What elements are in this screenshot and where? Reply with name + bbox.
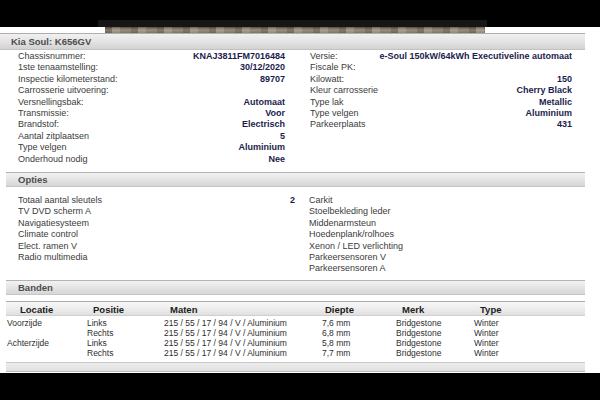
cell-merk: Bridgestone [396, 338, 441, 348]
spec-row: Type lakMetallic [310, 97, 572, 108]
cell-positie: Rechts [87, 348, 113, 358]
option-row: Parkeersensoren A [309, 263, 572, 274]
spec-row: Brandstof:Electrisch [18, 119, 285, 130]
cell-type: Winter [474, 338, 499, 348]
spec-label: Kilowatt: [310, 74, 344, 85]
option-label: Radio multimedia [18, 252, 88, 263]
spec-value: Aluminium [239, 142, 286, 153]
option-row: Hoedenplank/rolhoes [309, 229, 572, 240]
top-frame-bar [0, 0, 600, 27]
tires-table-header: Locatie Positie Maten Diepte Merk Type [6, 301, 585, 316]
spec-value: Automaat [243, 97, 285, 108]
spec-value: 5 [280, 131, 285, 142]
bottom-frame-bar [0, 373, 600, 400]
tire-table-row: Achterzijde Links 215 / 55 / 17 / 94 / V… [0, 338, 585, 348]
column-header-merk: Merk [402, 304, 424, 315]
option-label: Xenon / LED verlichting [309, 241, 403, 252]
cell-maten: 215 / 55 / 17 / 94 / V / Aluminium [164, 348, 287, 358]
option-label: Climate control [18, 229, 78, 240]
option-label: Hoedenplank/rolhoes [309, 229, 394, 240]
option-row: Elect. ramen V [18, 241, 295, 252]
cell-merk: Bridgestone [396, 318, 441, 328]
column-header-type: Type [480, 304, 501, 315]
option-label: Middenarmsteun [309, 218, 376, 229]
option-label: Elect. ramen V [18, 241, 77, 252]
spec-value: Cherry Black [516, 85, 572, 96]
spec-label: Versie: [310, 51, 338, 62]
column-header-positie: Positie [93, 304, 124, 315]
spec-row: Chassisnummer:KNAJ3811FM7016484 [18, 51, 285, 62]
option-row: TV DVD scherm A [18, 206, 295, 217]
spec-row: Onderhoud nodigNee [18, 154, 285, 165]
spec-label: Inspectie kilometerstand: [18, 74, 118, 85]
spec-row: Parkeerplaats431 [310, 119, 572, 130]
cell-positie: Links [87, 338, 107, 348]
cell-locatie: Achterzijde [7, 338, 49, 348]
cell-merk: Bridgestone [396, 328, 441, 338]
column-header-locatie: Locatie [20, 304, 53, 315]
option-label: Navigatiesysteem [18, 218, 89, 229]
spec-label: Type velgen [310, 108, 359, 119]
spec-label: Onderhoud nodig [18, 154, 88, 165]
tire-table-row: Rechts 215 / 55 / 17 / 94 / V / Aluminiu… [0, 328, 585, 338]
spec-row: Inspectie kilometerstand:89707 [18, 74, 285, 85]
spec-label: Aantal zitplaatsen [18, 131, 89, 142]
cell-positie: Links [87, 318, 107, 328]
spec-row: Kleur carrosserieCherry Black [310, 85, 572, 96]
spec-label: 1ste tenaamstelling: [18, 62, 98, 73]
option-label: Parkeersensoren A [309, 263, 386, 274]
spec-row: Carrosserie uitvoering: [18, 85, 285, 96]
cell-type: Winter [474, 348, 499, 358]
cell-diepte: 6,8 mm [322, 328, 350, 338]
spec-label: Parkeerplaats [310, 119, 366, 130]
cell-maten: 215 / 55 / 17 / 94 / V / Aluminium [164, 318, 287, 328]
spec-label: Kleur carrosserie [310, 85, 378, 96]
opties-left-column: Totaal aantal sleutels2 TV DVD scherm A … [18, 195, 295, 263]
option-row: Xenon / LED verlichting [309, 241, 572, 252]
vehicle-info-right-column: Versie:e-Soul 150kW/64kWh Executiveline … [310, 51, 572, 131]
tire-table-row: Rechts 215 / 55 / 17 / 94 / V / Aluminiu… [0, 348, 585, 358]
vehicle-report-page: Kia Soul: K656GV Chassisnummer:KNAJ3811F… [0, 0, 600, 400]
spec-row: Versie:e-Soul 150kW/64kWh Executiveline … [310, 51, 572, 62]
option-label: Carkit [309, 195, 333, 206]
opties-section-title: Opties [18, 174, 48, 185]
option-row: Climate control [18, 229, 295, 240]
cell-maten: 215 / 55 / 17 / 94 / V / Aluminium [164, 338, 287, 348]
option-row: Totaal aantal sleutels2 [18, 195, 295, 206]
spec-value: 150 [557, 74, 572, 85]
spec-label: Type lak [310, 97, 344, 108]
spec-label: Chassisnummer: [18, 51, 86, 62]
spec-row: Aantal zitplaatsen5 [18, 131, 285, 142]
option-label: Totaal aantal sleutels [18, 195, 102, 206]
opties-section-bar: Opties [6, 172, 585, 187]
report-title: Kia Soul: K656GV [11, 36, 91, 47]
spec-row: Transmissie:Voor [18, 108, 285, 119]
cell-diepte: 7,7 mm [322, 348, 350, 358]
cell-diepte: 7,6 mm [322, 318, 350, 328]
spec-label: Transmissie: [18, 108, 69, 119]
option-label: Stoelbekleding leder [309, 206, 391, 217]
column-header-maten: Maten [170, 304, 197, 315]
option-value: 2 [290, 195, 295, 206]
spec-value: Aluminium [526, 108, 573, 119]
spec-label: Brandstof: [18, 119, 59, 130]
option-row: Radio multimedia [18, 252, 295, 263]
cell-maten: 215 / 55 / 17 / 94 / V / Aluminium [164, 328, 287, 338]
tire-table-row: Voorzijde Links 215 / 55 / 17 / 94 / V /… [0, 318, 585, 328]
cell-positie: Rechts [87, 328, 113, 338]
spec-value: Electrisch [242, 119, 285, 130]
report-title-bar: Kia Soul: K656GV [0, 33, 585, 50]
spec-row: Kilowatt:150 [310, 74, 572, 85]
photo-window-edge [98, 20, 487, 27]
spec-value: Metallic [539, 97, 572, 108]
opties-right-column: Carkit Stoelbekleding leder Middenarmste… [309, 195, 572, 275]
spec-value: Nee [268, 154, 285, 165]
spec-value: 30/12/2020 [240, 62, 285, 73]
column-header-diepte: Diepte [325, 304, 354, 315]
spec-label: Versnellingsbak: [18, 97, 84, 108]
option-row: Carkit [309, 195, 572, 206]
cell-diepte: 5,8 mm [322, 338, 350, 348]
banden-section-bar: Banden [6, 280, 585, 295]
table-footer-strip [6, 362, 585, 372]
vehicle-info-left-column: Chassisnummer:KNAJ3811FM7016484 1ste ten… [18, 51, 285, 165]
